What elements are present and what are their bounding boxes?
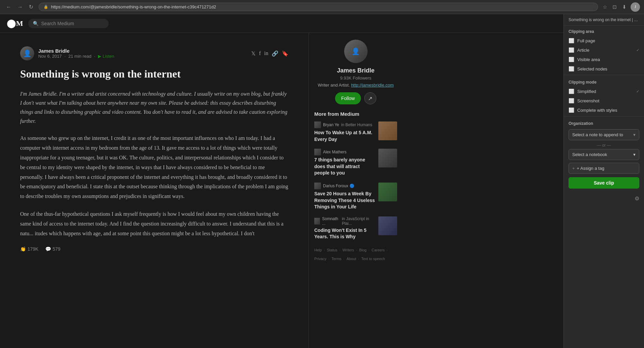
- footer-link-help[interactable]: Help: [314, 247, 322, 254]
- save-clip-button[interactable]: Save clip: [569, 177, 639, 189]
- mode-screenshot[interactable]: ⬜ Screenshot: [564, 96, 644, 105]
- content-area: 👤 James Bridle Nov 6, 2017 · 21 min read…: [0, 33, 564, 348]
- article-footer: 👏 179K 💬 579: [20, 246, 288, 252]
- bookmark-icon[interactable]: 🔖: [282, 50, 288, 57]
- listen-button[interactable]: ▶ Listen: [98, 54, 114, 59]
- clip-selected-nodes[interactable]: ⬜ Selected nodes: [564, 64, 644, 73]
- medium-logo-icon: ⬤: [7, 19, 15, 28]
- rec-avatar-0: [314, 121, 321, 128]
- comments-count: 579: [53, 246, 60, 252]
- author-followers: 9.93K Followers: [340, 76, 371, 81]
- avatar-initial: J: [635, 4, 636, 9]
- mode-complete[interactable]: ⬜ Complete with styles: [564, 105, 644, 115]
- footer-sep-5: ·: [328, 256, 329, 262]
- bookmark-star-button[interactable]: ☆: [601, 3, 608, 11]
- author-profile-image: 👤: [344, 40, 368, 63]
- downloads-button[interactable]: ⬇: [621, 3, 628, 11]
- rec-info-3: Somnath ... in JavaScript in Plai... Cod…: [314, 216, 375, 240]
- article-check: ✓: [636, 48, 639, 52]
- rec-title-0: How To Wake Up at 5 A.M. Every Day: [314, 130, 375, 143]
- footer-link-careers[interactable]: Careers: [372, 247, 385, 254]
- extensions-button[interactable]: ⊡: [611, 3, 618, 11]
- dropdown-arrow-2: ▾: [633, 152, 636, 157]
- author-profile: 👤 James Bridle 9.93K Followers Writer an…: [314, 40, 397, 104]
- browser-actions: ☆ ⊡ ⬇ J: [601, 2, 640, 12]
- browser-chrome: ← → ↻ 🔒 https://medium.com/@jamesbridle/…: [0, 0, 644, 14]
- sidebar-footer: Help · Status · Writers · Blog · Careers…: [314, 247, 397, 262]
- footer-link-about[interactable]: About: [346, 256, 356, 262]
- simplified-check: ✓: [636, 89, 639, 94]
- search-bar[interactable]: 🔍 Search Medium: [28, 19, 109, 28]
- footer-link-terms[interactable]: Terms: [331, 256, 341, 262]
- sidebar: 👤 James Bridle 9.93K Followers Writer an…: [309, 33, 402, 348]
- avatar-image: 👤: [20, 46, 34, 60]
- subscribe-icon: ↗: [368, 95, 372, 102]
- nav-buttons: ← → ↻: [4, 2, 35, 11]
- clip-visible-area[interactable]: ⬜ Visible area: [564, 55, 644, 64]
- full-page-icon: ⬜: [569, 38, 575, 43]
- forward-button[interactable]: →: [15, 3, 25, 11]
- footer-link-text-to-speech[interactable]: Text to speech: [361, 256, 385, 262]
- mode-simplified[interactable]: ⬜ Simplified ✓: [564, 87, 644, 96]
- recommendation-item-3[interactable]: Somnath ... in JavaScript in Plai... Cod…: [314, 216, 397, 240]
- select-notebook-dropdown[interactable]: Select a notebook ▾: [569, 149, 639, 160]
- footer-sep-3: ·: [369, 247, 370, 254]
- full-page-label: Full page: [577, 38, 595, 43]
- selected-nodes-label: Selected nodes: [577, 66, 607, 71]
- pub-date: Nov 6, 2017: [38, 54, 62, 59]
- author-info: James Bridle Nov 6, 2017 · 21 min read ·…: [38, 48, 247, 59]
- recommendation-item-0[interactable]: Bryan Ye in Better Humans How To Wake Up…: [314, 121, 397, 143]
- recommendation-item-1[interactable]: Alex Mathers 7 things barely anyone does…: [314, 149, 397, 177]
- footer-link-writers[interactable]: Writers: [342, 247, 354, 254]
- clip-full-page[interactable]: ⬜ Full page: [564, 36, 644, 45]
- clipping-mode-title: Clipping mode: [564, 77, 644, 87]
- linkedin-icon[interactable]: in: [264, 50, 268, 56]
- back-button[interactable]: ←: [4, 3, 13, 11]
- select-note-dropdown[interactable]: Select a note to append to ▾: [569, 129, 639, 140]
- dot-separator2: ·: [94, 54, 95, 59]
- recommendations-list: Bryan Ye in Better Humans How To Wake Up…: [314, 121, 397, 240]
- facebook-icon[interactable]: f: [259, 50, 261, 56]
- org-title: Organization: [569, 121, 639, 126]
- complete-icon: ⬜: [569, 107, 575, 113]
- footer-link-privacy[interactable]: Privacy: [314, 256, 326, 262]
- author-avatar-small: 👤: [20, 46, 34, 60]
- clipper-panel: Something is wrong on the internet | by …: [564, 14, 644, 348]
- author-bio: Writer and Artist. http://jamesbridle.co…: [318, 83, 394, 88]
- article-meta: Nov 6, 2017 · 21 min read · ▶ Listen: [38, 54, 247, 59]
- footer-link-status[interactable]: Status: [327, 247, 337, 254]
- footer-sep-6: ·: [343, 256, 344, 262]
- author-name-article[interactable]: James Bridle: [38, 48, 247, 54]
- screenshot-icon: ⬜: [569, 98, 575, 103]
- user-avatar[interactable]: J: [631, 2, 640, 12]
- clip-article[interactable]: ⬜ Article ✓: [564, 45, 644, 55]
- visible-area-icon: ⬜: [569, 57, 575, 62]
- footer-sep-1: ·: [339, 247, 340, 254]
- social-icons: 𝕏 f in 🔗 🔖: [251, 50, 288, 57]
- article-label: Article: [577, 48, 589, 53]
- reload-button[interactable]: ↻: [27, 2, 35, 11]
- visible-area-label: Visible area: [577, 57, 600, 62]
- read-time: 21 min read: [68, 54, 92, 59]
- footer-link-blog[interactable]: Blog: [359, 247, 367, 254]
- subscribe-button[interactable]: ↗: [364, 92, 376, 104]
- address-bar[interactable]: 🔒 https://medium.com/@jamesbridle/someth…: [39, 3, 598, 11]
- rec-info-1: Alex Mathers 7 things barely anyone does…: [314, 149, 375, 177]
- follow-button[interactable]: Follow: [335, 92, 361, 104]
- footer-links: Help · Status · Writers · Blog · Careers…: [314, 247, 397, 262]
- recommendation-item-2[interactable]: Darius Foroux 🔵 Save 20 Hours a Week By …: [314, 183, 397, 210]
- play-icon: ▶: [98, 54, 101, 59]
- rec-author-3: Somnath ... in JavaScript in Plai...: [314, 216, 375, 226]
- simplified-icon: ⬜: [569, 89, 575, 94]
- author-website-link[interactable]: http://jamesbridle.com: [351, 83, 394, 88]
- rec-avatar-2: [314, 183, 321, 189]
- link-icon[interactable]: 🔗: [272, 50, 278, 57]
- rec-author-name-0: Bryan Ye: [323, 122, 339, 127]
- medium-logo: ⬤ M: [7, 19, 23, 28]
- settings-gear-icon[interactable]: ⚙: [635, 195, 639, 202]
- author-profile-name[interactable]: James Bridle: [337, 67, 374, 74]
- article-body-1: As someone who grew up on the internet, …: [20, 134, 288, 201]
- twitter-icon[interactable]: 𝕏: [251, 50, 256, 57]
- or-separator: — or —: [569, 143, 639, 148]
- assign-tag-input[interactable]: + + Assign a tag: [569, 163, 639, 174]
